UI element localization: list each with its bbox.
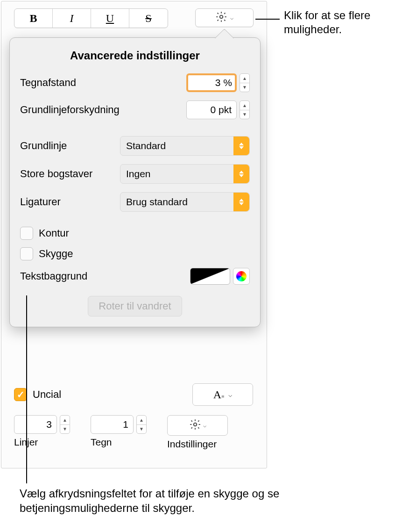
callout-leader-1 (255, 19, 280, 20)
dropcap-icon: A≡ (213, 388, 224, 401)
kontur-row: Kontur (20, 227, 250, 240)
chevron-down-icon: ⌵ (228, 391, 232, 398)
grundlinje-label: Grundlinje (20, 140, 113, 152)
ligaturer-select[interactable]: Brug standard (120, 192, 250, 212)
tegn-label: Tegn (91, 437, 147, 448)
storebogstaver-value: Ingen (126, 168, 151, 180)
underline-button[interactable]: U (91, 9, 129, 28)
select-arrows-icon (233, 165, 249, 183)
skygge-checkbox[interactable] (20, 247, 33, 260)
callout-leader-2 (26, 295, 27, 483)
skygge-row: Skygge (20, 247, 250, 260)
ligaturer-label: Ligaturer (20, 196, 113, 208)
grundlinje-select[interactable]: Standard (120, 136, 250, 156)
grundlinjeforskydning-input[interactable]: 0 pkt (186, 101, 237, 119)
grundlinje-value: Standard (126, 140, 166, 151)
tekstbaggrund-row: Tekstbaggrund (20, 268, 250, 285)
svg-point-0 (220, 15, 223, 19)
grundlinje-row: Grundlinje Standard (20, 136, 250, 156)
rotate-to-horizontal-button: Roter til vandret (88, 296, 182, 316)
advanced-options-button[interactable]: ⌵ (195, 8, 254, 27)
tegn-stepper[interactable]: ▲▼ (136, 415, 147, 434)
grundlinjeforskydning-label: Grundlinjeforskydning (20, 104, 120, 116)
color-wheel-icon (236, 271, 247, 281)
storebogstaver-label: Store bogstaver (20, 168, 113, 180)
dropcap-style-button[interactable]: A≡ ⌵ (192, 383, 253, 406)
kontur-label: Kontur (39, 227, 69, 239)
storebogstaver-select[interactable]: Ingen (120, 164, 250, 184)
indstillinger-label: Indstillinger (167, 439, 228, 450)
tegnafstand-stepper[interactable]: ▲▼ (240, 73, 250, 92)
callout-text-top: Klik for at se flere muligheder. (284, 8, 395, 36)
tegnafstand-row: Tegnafstand 3 % ▲▼ (20, 73, 250, 92)
callout-text-bottom: Vælg afkrydsningsfeltet for at tilføje e… (20, 486, 395, 515)
tekstbaggrund-label: Tekstbaggrund (20, 270, 87, 282)
uncial-label: Uncial (33, 388, 61, 401)
chevron-down-icon: ⌵ (230, 14, 233, 21)
select-arrows-icon (233, 137, 249, 155)
kontur-checkbox[interactable] (20, 227, 33, 240)
italic-button[interactable]: I (53, 9, 91, 28)
style-segmented-control: B I U S (14, 8, 168, 28)
text-style-toolbar: B I U S (14, 8, 168, 28)
ligaturer-row: Ligaturer Brug standard (20, 192, 250, 212)
grundlinjeforskydning-stepper[interactable]: ▲▼ (240, 101, 250, 119)
linjer-input[interactable]: 3 (14, 415, 57, 434)
skygge-label: Skygge (39, 248, 73, 260)
tekstbaggrund-color-picker[interactable] (233, 268, 250, 285)
storebogstaver-row: Store bogstaver Ingen (20, 164, 250, 184)
gear-icon (189, 418, 201, 432)
dropcap-section: ✓ Uncial A≡ ⌵ 3 ▲▼ Linjer 1 ▲▼ Tegn (14, 383, 253, 450)
advanced-settings-popover: Avancerede indstillinger Tegnafstand 3 %… (9, 37, 261, 327)
tegnafstand-input[interactable]: 3 % (186, 73, 237, 92)
linjer-stepper[interactable]: ▲▼ (60, 415, 70, 434)
bold-button[interactable]: B (14, 9, 53, 28)
tekstbaggrund-color-well[interactable] (190, 268, 230, 285)
chevron-down-icon: ⌵ (203, 422, 206, 429)
popover-title: Avancerede indstillinger (20, 49, 250, 62)
gear-icon (215, 11, 227, 25)
dropcap-settings-button[interactable]: ⌵ (167, 415, 228, 436)
tegn-input[interactable]: 1 (91, 415, 134, 434)
linjer-label: Linjer (14, 437, 70, 448)
tegnafstand-label: Tegnafstand (20, 77, 76, 89)
select-arrows-icon (233, 193, 249, 211)
strikethrough-button[interactable]: S (129, 9, 168, 28)
ligaturer-value: Brug standard (126, 196, 188, 208)
svg-point-1 (193, 423, 197, 426)
uncial-checkbox[interactable]: ✓ (14, 388, 27, 401)
grundlinjeforskydning-row: Grundlinjeforskydning 0 pkt ▲▼ (20, 101, 250, 119)
